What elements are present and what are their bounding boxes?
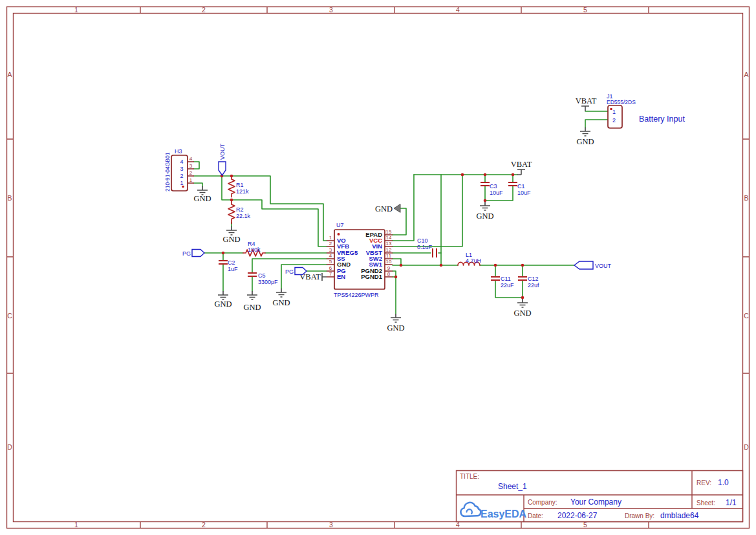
date-value[interactable]: 2022-06-27 (557, 511, 598, 520)
svg-text:GND: GND (214, 300, 232, 309)
sheet-value[interactable]: 1/1 (726, 498, 737, 507)
wires[interactable] (194, 111, 608, 314)
svg-text:GND: GND (513, 309, 531, 318)
rev-label: REV: (697, 479, 711, 486)
svg-text:10uF: 10uF (490, 190, 503, 196)
ruler-col-label: 3 (329, 521, 333, 529)
ruler-col-label: 2 (202, 6, 206, 14)
pin-number: 11 (386, 253, 392, 259)
ruler-row-label: D (744, 443, 749, 451)
resistor-r4[interactable]: R4 100k (243, 241, 265, 256)
svg-text:PG: PG (182, 250, 191, 257)
ruler-col-label: 2 (202, 521, 206, 529)
ruler-col-label: 4 (456, 6, 460, 14)
resistor-r2[interactable]: R2 22.1k (228, 200, 251, 224)
svg-text:2: 2 (189, 170, 193, 176)
svg-text:4.7uH: 4.7uH (466, 257, 481, 264)
svg-text:210-91-04GB01: 210-91-04GB01 (164, 152, 171, 191)
svg-text:C2: C2 (228, 259, 235, 266)
capacitor-c3[interactable]: C3 10uF (481, 182, 503, 196)
pin-number: 7 (329, 271, 332, 277)
pin-name: EN (337, 273, 345, 280)
ruler-row-label: A (7, 71, 12, 78)
svg-text:3300pF: 3300pF (258, 279, 278, 285)
rev-value[interactable]: 1.0 (718, 478, 729, 487)
ic-u7[interactable]: U7 TPS54226PWPR 1 2 3 4 5 6 7 VO VFB VRE… (327, 222, 393, 298)
capacitor-c2[interactable]: C2 1uF (219, 259, 238, 272)
company-label: Company: (528, 499, 557, 506)
gnd-symbol: GND (193, 186, 211, 203)
title-block: TITLE: Sheet_1 REV: 1.0 Company: Your Co… (457, 471, 743, 522)
svg-text:EasyEDA: EasyEDA (481, 508, 527, 519)
svg-text:0.1uF: 0.1uF (417, 244, 433, 250)
ruler-row-label: A (744, 71, 748, 78)
vout-flag-right[interactable]: VOUT (574, 261, 612, 269)
drawn-by-value[interactable]: dmblade64 (660, 511, 699, 520)
svg-text:3: 3 (180, 166, 183, 172)
svg-text:22.1k: 22.1k (236, 213, 251, 219)
svg-text:C5: C5 (258, 272, 266, 279)
svg-text:U7: U7 (336, 222, 344, 228)
schematic-canvas[interactable]: 1 2 3 4 5 1 2 3 4 5 A B C D A B C D (0, 0, 756, 535)
svg-text:GND: GND (375, 204, 393, 213)
gnd-symbol: GND (387, 314, 404, 333)
svg-text:GND: GND (576, 137, 594, 146)
svg-text:C1: C1 (517, 183, 525, 190)
resistor-r1[interactable]: R1 121k (228, 176, 249, 197)
connector-j1[interactable]: J1 ED555/2DS 1 2 Battery Input (607, 93, 685, 128)
sheet-label: Sheet: (697, 499, 715, 507)
ruler-col-label: 1 (74, 6, 78, 14)
svg-text:22uf: 22uf (528, 282, 539, 289)
pin-number: 13 (386, 241, 392, 246)
svg-text:GND: GND (193, 194, 211, 203)
pin-name: PGND1 (361, 273, 382, 280)
inductor-l1[interactable]: L1 4.7uH (458, 252, 481, 265)
gnd-symbol: GND (513, 299, 531, 318)
vout-flag-left[interactable]: VOUT (219, 143, 226, 175)
pg-flag-2[interactable]: PG (285, 268, 307, 276)
gnd-symbols[interactable]: GND GND GND GND GND GND GND GND GND GND (193, 127, 594, 333)
capacitor-c10[interactable]: C10 0.1uF (417, 237, 437, 257)
vbat-flag-rail[interactable]: VBAT (511, 160, 532, 175)
connector-h3[interactable]: H3 210-91-04GB01 4 3 2 1 4 3 2 1 (164, 148, 194, 191)
schematic-svg: 1 2 3 4 5 1 2 3 4 5 A B C D A B C D (0, 0, 756, 535)
ruler-col-label: 1 (74, 521, 78, 529)
svg-text:R1: R1 (236, 182, 244, 188)
gnd-symbol: GND (272, 289, 290, 307)
gnd-symbol: GND (476, 202, 493, 221)
svg-text:3: 3 (189, 163, 193, 169)
svg-text:TPS54226PWPR: TPS54226PWPR (334, 292, 379, 298)
svg-text:VOUT: VOUT (595, 263, 612, 269)
title-label: TITLE: (460, 473, 479, 480)
pg-flag-1[interactable]: PG (182, 250, 204, 257)
date-label: Date: (528, 512, 543, 519)
company-value[interactable]: Your Company (570, 497, 621, 507)
sheet-title[interactable]: Sheet_1 (498, 482, 527, 491)
svg-text:1: 1 (612, 109, 616, 115)
svg-text:VBAT: VBAT (576, 96, 597, 105)
pin-number: 8 (387, 271, 391, 277)
svg-text:2: 2 (180, 173, 183, 179)
svg-text:VBAT: VBAT (511, 160, 532, 169)
svg-text:GND: GND (243, 303, 261, 312)
svg-text:C11: C11 (501, 276, 511, 282)
svg-text:10uF: 10uF (517, 190, 531, 196)
gnd-netflag: GND (375, 204, 400, 214)
ruler-row-label: C (7, 312, 12, 320)
vbat-flag-topright[interactable]: VBAT (576, 96, 597, 111)
pin-number: 6 (329, 265, 332, 271)
capacitor-c12[interactable]: C12 22uf (518, 276, 539, 289)
ruler-row-label: C (744, 312, 749, 320)
pin-number: 1 (329, 235, 332, 241)
svg-text:4: 4 (189, 156, 193, 162)
svg-text:R2: R2 (236, 206, 244, 213)
gnd-symbol: GND (243, 291, 261, 312)
pin-number: 5 (329, 259, 332, 265)
ruler-col-label: 3 (329, 6, 333, 14)
capacitor-c1[interactable]: C1 10uF (508, 182, 531, 196)
pin-number: 3 (329, 247, 332, 253)
pin-number: 9 (387, 265, 391, 271)
capacitor-c11[interactable]: C11 22uF (491, 276, 514, 289)
svg-text:GND: GND (272, 298, 290, 307)
svg-text:100k: 100k (248, 246, 261, 253)
